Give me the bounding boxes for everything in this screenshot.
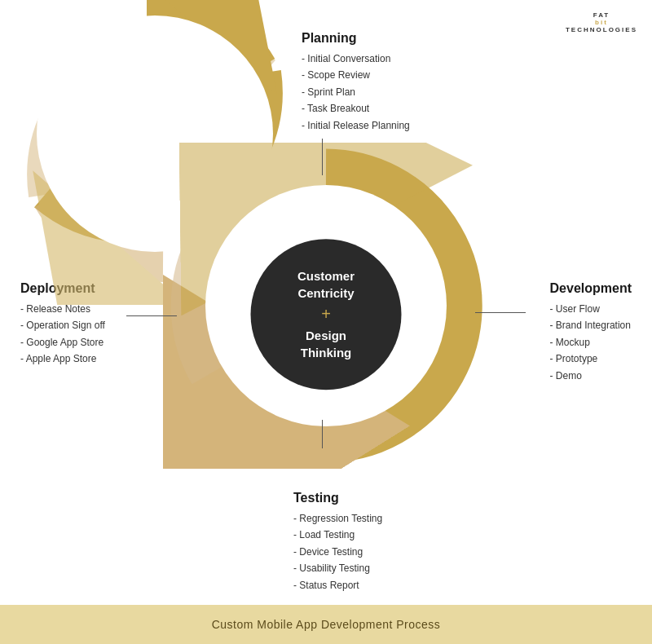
- deployment-list: - Release Notes- Operation Sign off- Goo…: [20, 301, 105, 368]
- logo-brand: FATbit: [566, 11, 637, 26]
- development-section: Development - User Flow- Brand Integrati…: [550, 281, 632, 384]
- list-item: - Operation Sign off: [20, 317, 105, 333]
- testing-section: Testing - Regression Testing- Load Testi…: [293, 491, 382, 593]
- center-circle: Customer Centricity + Design Thinking: [251, 239, 402, 390]
- list-item: - Google App Store: [20, 334, 105, 351]
- line-testing: [322, 420, 323, 448]
- list-item: - Mockup: [550, 334, 632, 351]
- list-item: - Device Testing: [293, 544, 382, 560]
- center-text-line1: Customer Centricity: [297, 267, 355, 302]
- list-item: - User Flow: [550, 301, 632, 317]
- list-item: - Load Testing: [293, 527, 382, 543]
- bottom-bar-label: Custom Mobile App Development Process: [212, 618, 441, 631]
- list-item: - Apple App Store: [20, 351, 105, 367]
- list-item: - Demo: [550, 368, 632, 384]
- line-planning: [322, 139, 323, 175]
- logo: FATbit TECHNOLOGIES: [566, 11, 637, 33]
- line-development: [475, 312, 526, 313]
- list-item: - Usability Testing: [293, 560, 382, 576]
- testing-list: - Regression Testing- Load Testing- Devi…: [293, 510, 382, 593]
- main-container: FATbit TECHNOLOGIES: [0, 0, 652, 644]
- list-item: - Status Report: [293, 577, 382, 593]
- development-title: Development: [550, 281, 632, 296]
- bottom-bar: Custom Mobile App Development Process: [0, 605, 652, 644]
- line-deployment: [126, 315, 177, 316]
- logo-sub: TECHNOLOGIES: [566, 26, 637, 33]
- list-item: - Regression Testing: [293, 510, 382, 527]
- development-list: - User Flow- Brand Integration- Mockup- …: [550, 301, 632, 384]
- testing-title: Testing: [293, 491, 382, 505]
- center-text-line3: Design Thinking: [301, 327, 352, 361]
- list-item: - Brand Integration: [550, 317, 632, 333]
- list-item: - Prototype: [550, 351, 632, 367]
- center-plus: +: [321, 305, 331, 324]
